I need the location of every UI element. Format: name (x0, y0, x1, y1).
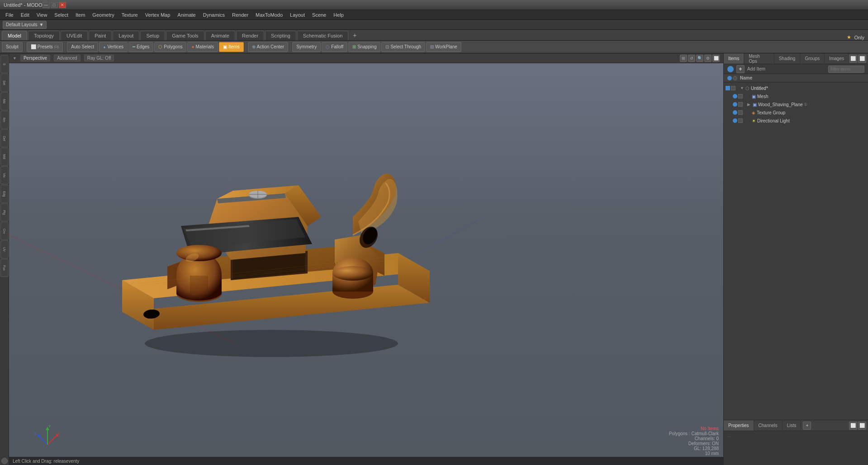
symmetry-button[interactable]: Symmetry (292, 42, 321, 52)
arrow-untitled[interactable]: ▼ (740, 86, 745, 90)
header-vis-dot[interactable] (727, 76, 732, 80)
sidebar-vertex[interactable]: Vtx (0, 166, 9, 184)
sidebar-polygon[interactable]: Plg (0, 203, 9, 221)
tree-item-texturegroup[interactable]: ◈ Texture Group (724, 108, 868, 117)
menu-help[interactable]: Help (330, 11, 347, 19)
sidebar-model[interactable]: Mdl (0, 148, 9, 166)
viewport-reset-btn[interactable]: ↺ (688, 55, 695, 62)
vis-dot-woodplane[interactable] (733, 102, 737, 107)
menu-render[interactable]: Render (228, 11, 252, 19)
sidebar-fusion[interactable]: Fus (0, 259, 9, 277)
tree-item-untitled[interactable]: ▼ ⬡ Untitled* (724, 84, 868, 92)
tab-layout[interactable]: Layout (113, 31, 139, 40)
tree-item-dirlight[interactable]: ☀ Directional Light (724, 117, 868, 125)
sidebar-circle-btn[interactable] (1, 458, 8, 464)
sidebar-items[interactable]: Itm (0, 111, 9, 129)
sidebar-modo[interactable]: Md (0, 92, 9, 110)
sidebar-select[interactable]: Sel (0, 74, 9, 92)
presets-button[interactable]: ⬜ Presets F6 (27, 42, 63, 52)
menu-geometry[interactable]: Geometry (89, 11, 118, 19)
sidebar-uv[interactable]: UV (0, 240, 9, 258)
tab-gametools[interactable]: Game Tools (166, 31, 204, 40)
tab-setup[interactable]: Setup (140, 31, 165, 40)
menu-layout[interactable]: Layout (286, 11, 308, 19)
menu-texture[interactable]: Texture (118, 11, 142, 19)
viewport-perspective-label[interactable]: Perspective (20, 55, 50, 61)
viewport-raygl-label[interactable]: Ray GL: Off (84, 55, 114, 61)
rpb-tab-lists[interactable]: Lists (783, 420, 802, 431)
tab-uvedit[interactable]: UVEdit (61, 31, 88, 40)
sidebar-edge[interactable]: Edg (0, 185, 9, 203)
tab-render[interactable]: Render (236, 31, 264, 40)
viewport[interactable]: ▼ Perspective Advanced Ray GL: Off ⊞ ↺ 🔍… (9, 53, 723, 465)
vis-dot-untitled[interactable] (726, 86, 730, 90)
rp-tab-images[interactable]: Images (825, 53, 849, 64)
menu-file[interactable]: File (2, 11, 17, 19)
vis-dot2-mesh[interactable] (738, 94, 743, 99)
menu-animate[interactable]: Animate (174, 11, 199, 19)
rpb-tab-channels[interactable]: Channels (754, 420, 783, 431)
minimize-button[interactable]: — (43, 2, 50, 8)
vis-dot-texgroup[interactable] (733, 110, 737, 115)
viewport-settings-btn[interactable]: ⚙ (704, 55, 711, 62)
action-center-button[interactable]: ⊕ Action Center (248, 42, 289, 52)
menu-maxtoModo[interactable]: MaxToModo (252, 11, 286, 19)
add-item-vis-btn[interactable] (727, 66, 734, 72)
sculpt-button[interactable]: Sculpt (2, 42, 23, 52)
header-vis-dot2[interactable] (733, 76, 737, 80)
viewport-expand-btn[interactable]: ▼ (13, 56, 17, 61)
viewport-maximize-btn[interactable]: ⬜ (712, 55, 720, 62)
rp-tab-shading[interactable]: Shading (774, 53, 801, 64)
tab-scripting[interactable]: Scripting (265, 31, 296, 40)
viewport-fit-btn[interactable]: ⊞ (680, 55, 687, 62)
menu-item[interactable]: Item (72, 11, 89, 19)
tab-animate[interactable]: Animate (205, 31, 235, 40)
sidebar-curve[interactable]: Crv (0, 222, 9, 240)
auto-select-button[interactable]: Auto Select (67, 42, 98, 52)
add-item-add-btn[interactable]: + (736, 65, 745, 73)
menu-select[interactable]: Select (51, 11, 72, 19)
menu-dynamics[interactable]: Dynamics (199, 11, 228, 19)
materials-button[interactable]: ● Materials (187, 42, 218, 52)
tree-item-woodplane[interactable]: ▶ ▣ Wood_Shaving_Plane ① (724, 100, 868, 108)
rpb-expand1-btn[interactable]: ⬜ (849, 422, 857, 430)
arrow-woodplane[interactable]: ▶ (747, 102, 753, 107)
rp-tab-meshops[interactable]: Mesh Ops (744, 53, 774, 64)
edges-button[interactable]: ━ Edges (128, 42, 153, 52)
sidebar-sculpt[interactable]: S (0, 55, 9, 73)
sidebar-deform[interactable]: Def (0, 129, 9, 147)
rp-tab-items[interactable]: Items (724, 53, 744, 64)
close-button[interactable]: ✕ (59, 2, 66, 8)
vis-dot2-texgroup[interactable] (738, 110, 743, 115)
vis-dot-dirlight[interactable] (733, 118, 737, 123)
polygons-button[interactable]: ⬡ Polygons (154, 42, 186, 52)
rp-tab-groups[interactable]: Groups (800, 53, 825, 64)
rpb-expand2-btn[interactable]: ⬜ (858, 422, 866, 430)
items-button[interactable]: ▣ Items (219, 42, 243, 52)
rpb-add-btn[interactable]: + (803, 422, 811, 430)
viewport-advanced-label[interactable]: Advanced (54, 55, 80, 61)
menu-view[interactable]: View (33, 11, 51, 19)
vis-dot-mesh[interactable] (733, 94, 737, 99)
vis-dot2-untitled[interactable] (731, 86, 735, 90)
vis-dot2-woodplane[interactable] (738, 102, 743, 107)
menu-vertexmap[interactable]: Vertex Map (142, 11, 174, 19)
vis-dot2-dirlight[interactable] (738, 118, 743, 123)
maximize-button[interactable]: □ (51, 2, 58, 8)
menu-scene[interactable]: Scene (308, 11, 330, 19)
viewport-zoom-btn[interactable]: 🔍 (696, 55, 703, 62)
workplane-button[interactable]: ⊟ WorkPlane (426, 42, 461, 52)
tree-item-mesh[interactable]: ▣ Mesh (724, 92, 868, 100)
filter-items-input[interactable] (828, 66, 864, 73)
rp-settings-btn[interactable]: ⬜ (858, 55, 866, 63)
tab-model[interactable]: Model (2, 31, 27, 40)
select-through-button[interactable]: ⊡ Select Through (381, 42, 425, 52)
tab-add-button[interactable]: + (349, 30, 360, 40)
layout-select[interactable]: Default Layouts ▼ (3, 21, 47, 29)
tab-paint[interactable]: Paint (89, 31, 112, 40)
tab-schematic[interactable]: Schematic Fusion (297, 31, 348, 40)
falloff-button[interactable]: ◌ Falloff (322, 42, 347, 52)
tab-topology[interactable]: Topology (28, 31, 60, 40)
snapping-button[interactable]: ⊞ Snapping (348, 42, 380, 52)
menu-edit[interactable]: Edit (17, 11, 33, 19)
